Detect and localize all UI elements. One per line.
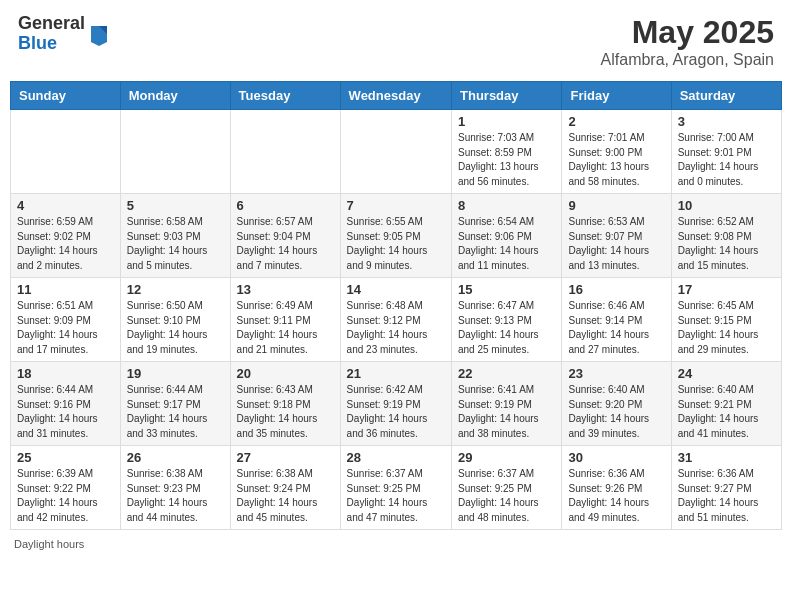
day-info: Sunrise: 6:46 AM Sunset: 9:14 PM Dayligh… [568, 299, 664, 357]
day-info: Sunrise: 6:38 AM Sunset: 9:24 PM Dayligh… [237, 467, 334, 525]
day-info: Sunrise: 6:37 AM Sunset: 9:25 PM Dayligh… [347, 467, 445, 525]
calendar-cell: 20Sunrise: 6:43 AM Sunset: 9:18 PM Dayli… [230, 362, 340, 446]
calendar-cell: 28Sunrise: 6:37 AM Sunset: 9:25 PM Dayli… [340, 446, 451, 530]
day-number: 3 [678, 114, 775, 129]
calendar-cell: 25Sunrise: 6:39 AM Sunset: 9:22 PM Dayli… [11, 446, 121, 530]
day-number: 19 [127, 366, 224, 381]
calendar-day-header: Friday [562, 82, 671, 110]
calendar-cell: 31Sunrise: 6:36 AM Sunset: 9:27 PM Dayli… [671, 446, 781, 530]
calendar-cell: 3Sunrise: 7:00 AM Sunset: 9:01 PM Daylig… [671, 110, 781, 194]
calendar-cell: 16Sunrise: 6:46 AM Sunset: 9:14 PM Dayli… [562, 278, 671, 362]
day-number: 5 [127, 198, 224, 213]
calendar-cell: 4Sunrise: 6:59 AM Sunset: 9:02 PM Daylig… [11, 194, 121, 278]
day-info: Sunrise: 6:39 AM Sunset: 9:22 PM Dayligh… [17, 467, 114, 525]
day-number: 6 [237, 198, 334, 213]
day-number: 20 [237, 366, 334, 381]
day-info: Sunrise: 6:44 AM Sunset: 9:16 PM Dayligh… [17, 383, 114, 441]
day-number: 16 [568, 282, 664, 297]
calendar-cell: 21Sunrise: 6:42 AM Sunset: 9:19 PM Dayli… [340, 362, 451, 446]
day-info: Sunrise: 6:38 AM Sunset: 9:23 PM Dayligh… [127, 467, 224, 525]
calendar-cell: 13Sunrise: 6:49 AM Sunset: 9:11 PM Dayli… [230, 278, 340, 362]
day-info: Sunrise: 6:36 AM Sunset: 9:26 PM Dayligh… [568, 467, 664, 525]
day-number: 8 [458, 198, 555, 213]
day-info: Sunrise: 6:54 AM Sunset: 9:06 PM Dayligh… [458, 215, 555, 273]
day-number: 28 [347, 450, 445, 465]
day-info: Sunrise: 6:59 AM Sunset: 9:02 PM Dayligh… [17, 215, 114, 273]
calendar-footer: Daylight hours [10, 538, 782, 550]
day-number: 12 [127, 282, 224, 297]
calendar-cell [120, 110, 230, 194]
day-number: 25 [17, 450, 114, 465]
day-info: Sunrise: 7:00 AM Sunset: 9:01 PM Dayligh… [678, 131, 775, 189]
day-info: Sunrise: 6:49 AM Sunset: 9:11 PM Dayligh… [237, 299, 334, 357]
calendar-cell [230, 110, 340, 194]
day-number: 1 [458, 114, 555, 129]
day-info: Sunrise: 7:01 AM Sunset: 9:00 PM Dayligh… [568, 131, 664, 189]
daylight-label: Daylight hours [14, 538, 84, 550]
day-info: Sunrise: 6:37 AM Sunset: 9:25 PM Dayligh… [458, 467, 555, 525]
day-info: Sunrise: 6:42 AM Sunset: 9:19 PM Dayligh… [347, 383, 445, 441]
logo: General Blue [18, 14, 109, 54]
calendar-week-row: 1Sunrise: 7:03 AM Sunset: 8:59 PM Daylig… [11, 110, 782, 194]
calendar-week-row: 18Sunrise: 6:44 AM Sunset: 9:16 PM Dayli… [11, 362, 782, 446]
day-number: 26 [127, 450, 224, 465]
calendar-day-header: Tuesday [230, 82, 340, 110]
day-number: 9 [568, 198, 664, 213]
calendar-cell [11, 110, 121, 194]
logo-blue-text: Blue [18, 34, 85, 54]
day-info: Sunrise: 6:36 AM Sunset: 9:27 PM Dayligh… [678, 467, 775, 525]
calendar-day-header: Wednesday [340, 82, 451, 110]
day-number: 21 [347, 366, 445, 381]
day-number: 24 [678, 366, 775, 381]
day-number: 11 [17, 282, 114, 297]
calendar-cell: 18Sunrise: 6:44 AM Sunset: 9:16 PM Dayli… [11, 362, 121, 446]
day-info: Sunrise: 6:47 AM Sunset: 9:13 PM Dayligh… [458, 299, 555, 357]
calendar-cell: 2Sunrise: 7:01 AM Sunset: 9:00 PM Daylig… [562, 110, 671, 194]
calendar-cell: 5Sunrise: 6:58 AM Sunset: 9:03 PM Daylig… [120, 194, 230, 278]
day-info: Sunrise: 6:48 AM Sunset: 9:12 PM Dayligh… [347, 299, 445, 357]
calendar-cell: 14Sunrise: 6:48 AM Sunset: 9:12 PM Dayli… [340, 278, 451, 362]
day-number: 22 [458, 366, 555, 381]
day-info: Sunrise: 6:52 AM Sunset: 9:08 PM Dayligh… [678, 215, 775, 273]
page-header: General Blue May 2025 Alfambra, Aragon, … [10, 10, 782, 73]
calendar-week-row: 25Sunrise: 6:39 AM Sunset: 9:22 PM Dayli… [11, 446, 782, 530]
day-info: Sunrise: 6:57 AM Sunset: 9:04 PM Dayligh… [237, 215, 334, 273]
day-number: 31 [678, 450, 775, 465]
calendar-cell: 1Sunrise: 7:03 AM Sunset: 8:59 PM Daylig… [452, 110, 562, 194]
day-info: Sunrise: 6:41 AM Sunset: 9:19 PM Dayligh… [458, 383, 555, 441]
day-number: 27 [237, 450, 334, 465]
day-number: 23 [568, 366, 664, 381]
day-number: 4 [17, 198, 114, 213]
day-info: Sunrise: 7:03 AM Sunset: 8:59 PM Dayligh… [458, 131, 555, 189]
day-info: Sunrise: 6:50 AM Sunset: 9:10 PM Dayligh… [127, 299, 224, 357]
logo-icon [89, 22, 109, 46]
day-number: 18 [17, 366, 114, 381]
calendar-cell: 24Sunrise: 6:40 AM Sunset: 9:21 PM Dayli… [671, 362, 781, 446]
calendar-cell: 9Sunrise: 6:53 AM Sunset: 9:07 PM Daylig… [562, 194, 671, 278]
day-number: 2 [568, 114, 664, 129]
calendar-header-row: SundayMondayTuesdayWednesdayThursdayFrid… [11, 82, 782, 110]
day-info: Sunrise: 6:53 AM Sunset: 9:07 PM Dayligh… [568, 215, 664, 273]
calendar-week-row: 11Sunrise: 6:51 AM Sunset: 9:09 PM Dayli… [11, 278, 782, 362]
title-block: May 2025 Alfambra, Aragon, Spain [601, 14, 774, 69]
day-number: 15 [458, 282, 555, 297]
calendar-cell: 29Sunrise: 6:37 AM Sunset: 9:25 PM Dayli… [452, 446, 562, 530]
calendar-cell: 17Sunrise: 6:45 AM Sunset: 9:15 PM Dayli… [671, 278, 781, 362]
day-info: Sunrise: 6:44 AM Sunset: 9:17 PM Dayligh… [127, 383, 224, 441]
calendar-cell: 11Sunrise: 6:51 AM Sunset: 9:09 PM Dayli… [11, 278, 121, 362]
day-number: 7 [347, 198, 445, 213]
day-info: Sunrise: 6:40 AM Sunset: 9:20 PM Dayligh… [568, 383, 664, 441]
calendar-cell: 27Sunrise: 6:38 AM Sunset: 9:24 PM Dayli… [230, 446, 340, 530]
day-number: 30 [568, 450, 664, 465]
calendar-cell: 26Sunrise: 6:38 AM Sunset: 9:23 PM Dayli… [120, 446, 230, 530]
day-info: Sunrise: 6:51 AM Sunset: 9:09 PM Dayligh… [17, 299, 114, 357]
calendar-cell: 10Sunrise: 6:52 AM Sunset: 9:08 PM Dayli… [671, 194, 781, 278]
calendar-cell: 15Sunrise: 6:47 AM Sunset: 9:13 PM Dayli… [452, 278, 562, 362]
calendar-cell: 12Sunrise: 6:50 AM Sunset: 9:10 PM Dayli… [120, 278, 230, 362]
calendar-cell: 22Sunrise: 6:41 AM Sunset: 9:19 PM Dayli… [452, 362, 562, 446]
calendar-cell: 8Sunrise: 6:54 AM Sunset: 9:06 PM Daylig… [452, 194, 562, 278]
calendar-day-header: Saturday [671, 82, 781, 110]
calendar-cell: 23Sunrise: 6:40 AM Sunset: 9:20 PM Dayli… [562, 362, 671, 446]
day-number: 17 [678, 282, 775, 297]
calendar-table: SundayMondayTuesdayWednesdayThursdayFrid… [10, 81, 782, 530]
